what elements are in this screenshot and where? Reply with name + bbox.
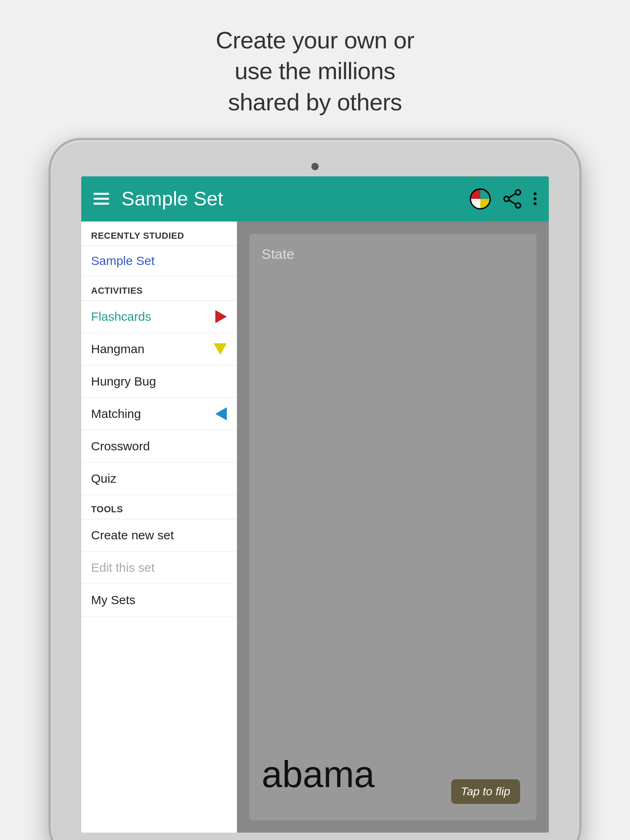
flashcards-indicator	[215, 310, 227, 323]
tap-to-flip[interactable]: Tap to flip	[451, 779, 520, 804]
svg-point-2	[516, 190, 520, 195]
page-tagline: Create your own oruse the millionsshared…	[216, 25, 414, 117]
sidebar-item-sample-set[interactable]: Sample Set	[81, 246, 237, 276]
more-icon[interactable]	[534, 192, 536, 205]
sidebar-item-hungry-bug[interactable]: Hungry Bug	[81, 365, 237, 398]
content-area: RECENTLY STUDIED Sample Set ACTIVITIES F…	[81, 221, 549, 833]
activities-label: ACTIVITIES	[81, 276, 237, 301]
sidebar-item-crossword[interactable]: Crossword	[81, 430, 237, 463]
matching-indicator	[215, 407, 227, 420]
hangman-indicator	[214, 343, 227, 355]
pie-icon[interactable]	[470, 188, 491, 210]
sidebar-item-create-new-set[interactable]: Create new set	[81, 519, 237, 552]
sidebar: RECENTLY STUDIED Sample Set ACTIVITIES F…	[81, 221, 237, 833]
tools-label: TOOLS	[81, 495, 237, 519]
sidebar-item-my-sets[interactable]: My Sets	[81, 584, 237, 616]
sidebar-item-quiz[interactable]: Quiz	[81, 463, 237, 495]
svg-point-3	[516, 203, 520, 208]
main-content: State abama Tap to flip	[237, 221, 549, 833]
app-title: Sample Set	[121, 187, 470, 210]
top-bar: Sample Set	[81, 176, 549, 221]
flashcard-area[interactable]: State abama Tap to flip	[249, 234, 536, 820]
hamburger-icon[interactable]	[94, 193, 109, 205]
sidebar-item-matching[interactable]: Matching	[81, 398, 237, 430]
share-icon[interactable]	[502, 189, 522, 209]
ipad-camera	[311, 163, 319, 170]
ipad-frame: Sample Set	[48, 138, 582, 840]
svg-line-6	[509, 200, 516, 204]
svg-point-4	[504, 196, 509, 201]
flashcard-word: abama	[262, 753, 374, 796]
flashcard-label: State	[262, 246, 524, 262]
sidebar-item-flashcards[interactable]: Flashcards	[81, 301, 237, 333]
svg-line-5	[509, 194, 516, 198]
sidebar-item-hangman[interactable]: Hangman	[81, 333, 237, 365]
top-bar-icons	[470, 188, 536, 210]
recently-studied-label: RECENTLY STUDIED	[81, 221, 237, 246]
ipad-screen: Sample Set	[81, 176, 549, 833]
sidebar-item-edit-set[interactable]: Edit this set	[81, 552, 237, 584]
